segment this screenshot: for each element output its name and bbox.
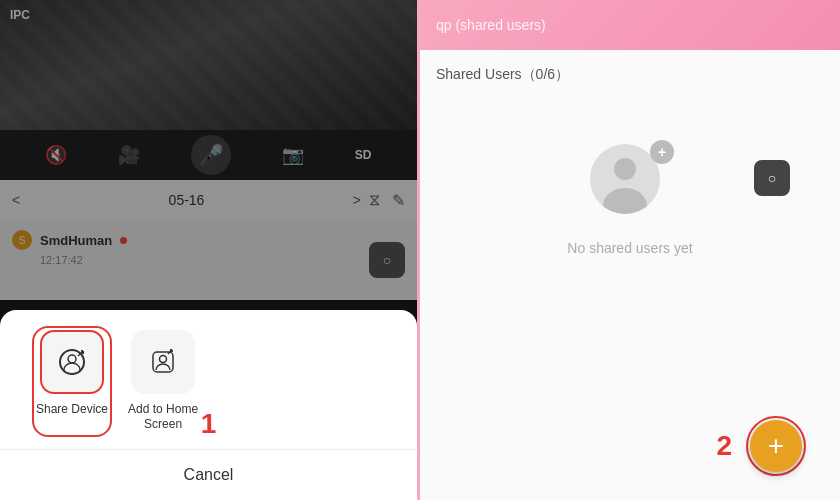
right-header-text: qp (shared users) <box>436 17 546 33</box>
add-home-label: Add to HomeScreen <box>128 402 198 433</box>
right-panel: qp (shared users) Shared Users（0/6） + No… <box>420 0 840 500</box>
shared-users-title: Shared Users（0/6） <box>436 66 824 84</box>
bottom-sheet: Share Device Add to HomeScreen <box>0 310 417 500</box>
no-users-text: No shared users yet <box>567 240 692 256</box>
plus-badge: + <box>650 140 674 164</box>
fab-outline: + <box>746 416 806 476</box>
svg-point-6 <box>160 355 167 362</box>
share-device-label: Share Device <box>36 402 108 418</box>
add-user-icon: + <box>590 144 670 224</box>
add-home-icon-box <box>131 330 195 394</box>
add-shared-user-button[interactable]: + <box>750 420 802 472</box>
step2-label: 2 <box>716 430 732 462</box>
left-panel: IPC 🔇 🎥 🎤 📷 SD < 05-16 > ⧖ ✎ S SmdHuman … <box>0 0 420 500</box>
share-device-icon-box <box>40 330 104 394</box>
add-home-option[interactable]: Add to HomeScreen <box>128 330 198 433</box>
add-icon: + <box>768 430 784 462</box>
right-header: qp (shared users) <box>420 0 840 50</box>
right-scroll-button[interactable]: ○ <box>754 160 790 196</box>
cancel-button[interactable]: Cancel <box>16 450 401 500</box>
svg-point-1 <box>68 355 76 363</box>
share-device-option[interactable]: Share Device <box>36 330 108 433</box>
step1-label: 1 <box>201 408 217 440</box>
